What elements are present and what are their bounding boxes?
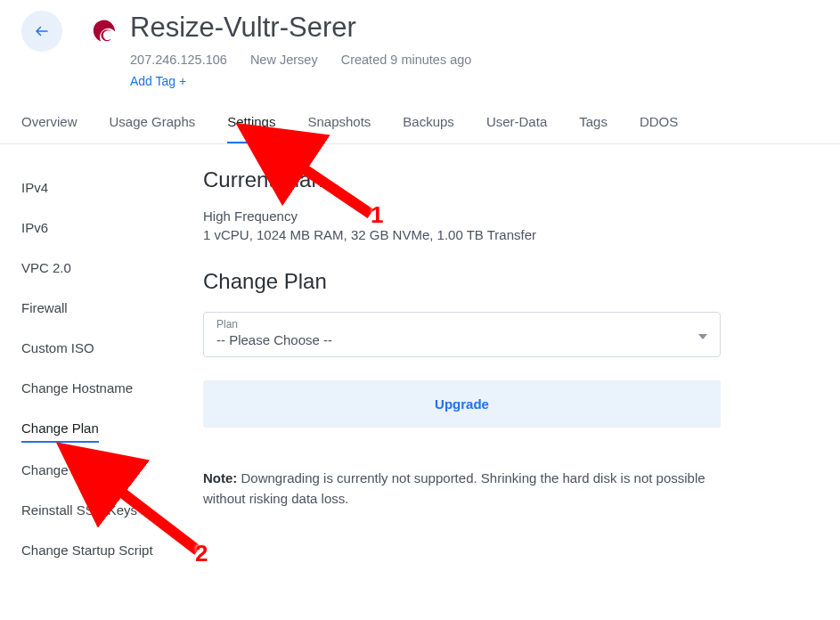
tab-tags[interactable]: Tags <box>579 114 608 143</box>
sidebar-item-reinstall-ssh[interactable]: Reinstall SSH Keys <box>21 490 200 530</box>
arrow-left-icon <box>34 23 50 39</box>
tabs: Overview Usage Graphs Settings Snapshots… <box>0 89 840 144</box>
main-content: Current Plan High Frequency 1 vCPU, 1024… <box>200 167 819 570</box>
settings-sidebar: IPv4 IPv6 VPC 2.0 Firewall Custom ISO Ch… <box>21 167 200 570</box>
upgrade-button[interactable]: Upgrade <box>203 380 721 428</box>
body: IPv4 IPv6 VPC 2.0 Firewall Custom ISO Ch… <box>0 144 840 593</box>
sidebar-item-vpc[interactable]: VPC 2.0 <box>21 248 200 288</box>
current-plan-heading: Current Plan <box>203 167 721 192</box>
annotation-number-2: 2 <box>195 540 208 567</box>
tab-settings[interactable]: Settings <box>227 114 275 143</box>
plan-select-label: Plan <box>216 318 707 330</box>
annotation-number-1: 1 <box>371 201 383 229</box>
server-ip: 207.246.125.106 <box>130 53 227 67</box>
sidebar-item-custom-iso[interactable]: Custom ISO <box>21 328 200 368</box>
server-created: Created 9 minutes ago <box>341 53 472 67</box>
sidebar-item-ipv4[interactable]: IPv4 <box>21 167 200 208</box>
note-label: Note: <box>203 470 237 485</box>
sidebar-item-change-hostname[interactable]: Change Hostname <box>21 368 200 408</box>
tab-snapshots[interactable]: Snapshots <box>307 114 371 143</box>
back-button[interactable] <box>21 11 62 52</box>
sidebar-item-ipv6[interactable]: IPv6 <box>21 208 200 248</box>
tab-usage-graphs[interactable]: Usage Graphs <box>110 114 196 143</box>
sidebar-item-change-startup[interactable]: Change Startup Script <box>21 530 200 570</box>
plan-select[interactable]: Plan -- Please Choose -- <box>203 312 721 357</box>
tab-backups[interactable]: Backups <box>403 114 454 143</box>
plan-type: High Frequency <box>203 208 721 224</box>
sidebar-item-firewall[interactable]: Firewall <box>21 288 200 328</box>
sidebar-item-change-plan[interactable]: Change Plan <box>21 408 99 443</box>
tab-overview[interactable]: Overview <box>21 114 77 143</box>
sidebar-item-change-os[interactable]: Change OS <box>21 450 200 490</box>
page-title: Resize-Vultr-Serer <box>130 11 491 44</box>
add-tag-button[interactable]: Add Tag + <box>130 74 186 88</box>
plan-select-value: -- Please Choose -- <box>216 332 707 347</box>
note-text: Note: Downgrading is currently not suppo… <box>203 469 721 509</box>
title-block: Resize-Vultr-Serer 207.246.125.106 New J… <box>130 11 491 89</box>
tab-ddos[interactable]: DDOS <box>640 114 678 143</box>
header: Resize-Vultr-Serer 207.246.125.106 New J… <box>0 0 840 89</box>
server-location: New Jersey <box>250 53 318 67</box>
debian-os-icon <box>87 16 121 50</box>
plan-specs: 1 vCPU, 1024 MB RAM, 32 GB NVMe, 1.00 TB… <box>203 227 721 242</box>
change-plan-heading: Change Plan <box>203 269 721 294</box>
caret-down-icon <box>698 327 707 343</box>
note-body: Downgrading is currently not supported. … <box>203 470 705 506</box>
tab-user-data[interactable]: User-Data <box>486 114 547 143</box>
meta-row: 207.246.125.106 New Jersey Created 9 min… <box>130 53 491 67</box>
